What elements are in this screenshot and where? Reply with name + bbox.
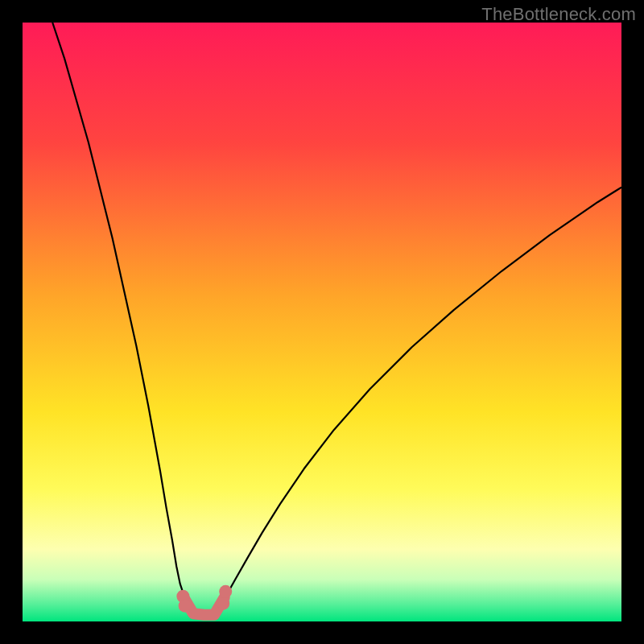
- watermark-text: TheBottleneck.com: [481, 4, 636, 25]
- floor-dot-1: [179, 600, 192, 613]
- chart-frame: [23, 23, 621, 621]
- floor-dot-2: [217, 597, 229, 610]
- chart-background: [23, 23, 621, 621]
- floor-dot-3: [219, 585, 232, 598]
- chart-canvas: [23, 23, 621, 621]
